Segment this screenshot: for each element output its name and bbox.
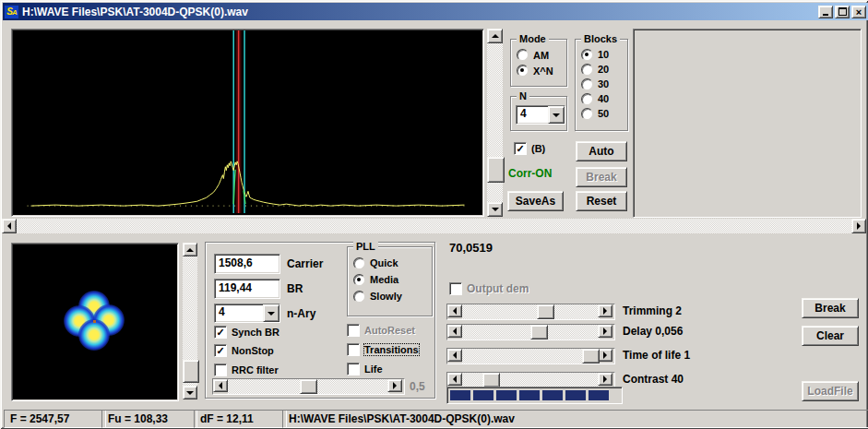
radio-option-quick[interactable]: Quick <box>348 255 432 271</box>
radio-option-10[interactable]: 10 <box>576 47 627 62</box>
auto-button[interactable]: Auto <box>576 141 627 161</box>
dropdown-button[interactable] <box>548 106 565 124</box>
checkbox-label: AutoReset <box>364 325 415 336</box>
slider-delay-0-056[interactable] <box>446 324 615 340</box>
slider-thumb[interactable] <box>530 325 548 340</box>
arrow-right-icon <box>857 222 864 230</box>
radio-option-30[interactable]: 30 <box>576 77 627 91</box>
radio-option-media[interactable]: Media <box>348 271 432 288</box>
radio-option-50[interactable]: 50 <box>576 106 627 121</box>
slider-right-button[interactable] <box>598 373 612 386</box>
constellation-vertical-scrollbar[interactable] <box>183 243 197 399</box>
checkbox-synch-br[interactable]: ✓Synch BR <box>214 325 279 339</box>
slider-track[interactable] <box>462 349 600 363</box>
frequency-readout: 70,0519 <box>449 241 493 255</box>
break-top-button: Break <box>576 167 627 187</box>
slider-right-button[interactable] <box>598 325 612 338</box>
checkbox-rrc-filter[interactable]: RRC filter <box>214 363 279 376</box>
loadfile-button: LoadFile <box>802 381 859 401</box>
horizontal-scrollbar[interactable] <box>2 219 866 233</box>
carrier-input[interactable]: 1508,6 <box>214 254 280 274</box>
slider-thumb[interactable] <box>537 304 554 319</box>
slider-right-button[interactable] <box>598 349 612 362</box>
saveas-button[interactable]: SaveAs <box>507 191 564 211</box>
checkmark-icon: ✓ <box>516 144 524 153</box>
window-title: H:\WAVE Files\PSK\AT-3004D-QPSK(0).wav <box>22 6 818 18</box>
spectrum-plot <box>13 30 481 213</box>
reset-button[interactable]: Reset <box>576 191 627 211</box>
b-checkbox-label: (B) <box>531 143 545 154</box>
slider-left-button[interactable] <box>447 373 462 386</box>
fine-tune-value: 0,5 <box>410 380 425 393</box>
arrow-down-icon <box>186 391 194 399</box>
radio-icon <box>581 49 593 61</box>
scroll-down-button[interactable] <box>487 202 503 217</box>
radio-label: X^N <box>533 66 553 77</box>
slider-track[interactable] <box>462 304 600 319</box>
progress-segment <box>565 390 586 400</box>
slider-left-button[interactable] <box>447 325 462 338</box>
b-checkbox[interactable]: ✓ (B) <box>514 141 545 155</box>
arrow-left-icon <box>215 382 222 389</box>
scroll-left-button[interactable] <box>2 219 17 233</box>
radio-icon <box>353 257 365 269</box>
slider-thumb[interactable] <box>482 373 500 387</box>
corr-status: Corr-ON <box>508 167 552 180</box>
close-button[interactable]: × <box>851 6 866 18</box>
radio-option-20[interactable]: 20 <box>576 62 627 77</box>
slider-label-contrast-40: Contrast 40 <box>623 373 684 386</box>
demod-controls-frame: 1508,6 Carrier 119,44 BR 4 n-Ary PLL Qui… <box>205 242 435 399</box>
radio-icon <box>353 274 365 286</box>
slider-time-of-life-1[interactable] <box>446 348 615 364</box>
slider-right-button[interactable] <box>598 304 612 317</box>
maximize-button[interactable] <box>835 6 850 18</box>
checkbox-label: NonStop <box>232 345 274 356</box>
progress-segment <box>450 390 470 400</box>
slider-left-button[interactable] <box>213 379 228 392</box>
radio-label: Slowly <box>370 291 402 302</box>
scrollbar-thumb[interactable] <box>487 157 505 183</box>
scroll-up-button[interactable] <box>487 29 503 43</box>
checkbox-life[interactable]: Life <box>347 362 383 375</box>
minimize-button[interactable] <box>818 6 833 18</box>
scroll-right-button[interactable] <box>851 219 866 233</box>
constellation-center-dot <box>93 320 96 323</box>
slider-trimming-2[interactable] <box>446 304 615 320</box>
scrollbar-track[interactable] <box>17 219 851 233</box>
progress-segment <box>473 390 493 400</box>
break-button[interactable]: Break <box>802 298 859 318</box>
br-input[interactable]: 119,44 <box>214 279 280 299</box>
slider-left-button[interactable] <box>447 349 462 362</box>
scroll-up-button[interactable] <box>183 243 197 256</box>
clear-button[interactable]: Clear <box>802 326 859 346</box>
checkbox-label: Synch BR <box>232 327 279 338</box>
n-combobox[interactable]: 4 <box>516 105 565 125</box>
radio-option-40[interactable]: 40 <box>576 91 627 106</box>
radio-icon <box>581 64 593 76</box>
slider-thumb[interactable] <box>300 379 317 394</box>
slider-left-button[interactable] <box>447 304 462 317</box>
arrow-right-icon <box>603 375 611 383</box>
nary-combobox[interactable]: 4 <box>214 304 280 323</box>
chevron-down-icon <box>553 113 560 121</box>
spectrum-vertical-scrollbar[interactable] <box>487 29 503 217</box>
chevron-down-icon <box>268 312 275 319</box>
checkbox-icon <box>347 324 360 337</box>
radio-label: 20 <box>598 64 609 75</box>
radio-option-am[interactable]: AM <box>511 47 566 63</box>
fine-tune-slider[interactable] <box>212 378 405 395</box>
checkbox-nonstop[interactable]: ✓NonStop <box>214 343 274 357</box>
slider-right-button[interactable] <box>387 379 402 392</box>
radio-dot-icon <box>585 53 589 56</box>
dropdown-button[interactable] <box>263 304 279 322</box>
arrow-left-icon <box>449 352 457 359</box>
slider-thumb[interactable] <box>582 349 600 363</box>
radio-option-x-n[interactable]: X^N <box>511 63 566 78</box>
arrow-right-icon <box>393 382 400 389</box>
scrollbar-thumb[interactable] <box>183 360 199 383</box>
arrow-up-icon <box>492 30 499 38</box>
mode-group-label: Mode <box>517 33 549 44</box>
scroll-down-button[interactable] <box>183 386 197 399</box>
checkbox-transitions[interactable]: Transitions <box>347 342 419 356</box>
radio-option-slowly[interactable]: Slowly <box>348 288 432 304</box>
